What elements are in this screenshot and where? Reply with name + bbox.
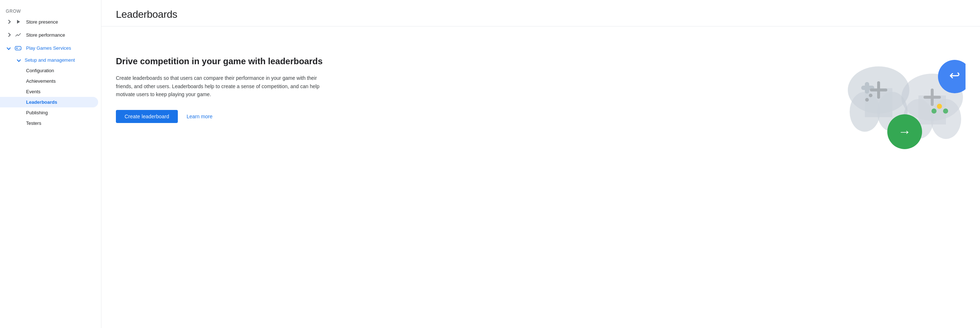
sidebar-item-label-testers: Testers <box>26 120 41 126</box>
chevron-right-icon-2 <box>6 32 11 38</box>
sidebar-item-store-presence[interactable]: Store presence <box>0 15 98 28</box>
illustration-area: ↩ → <box>842 34 966 164</box>
chart-icon <box>14 31 22 38</box>
hero-title: Drive competition in your game with lead… <box>116 56 333 67</box>
learn-more-button[interactable]: Learn more <box>186 114 213 119</box>
svg-point-13 <box>869 94 872 97</box>
sidebar-item-events[interactable]: Events <box>0 86 98 97</box>
page-title: Leaderboards <box>116 9 966 20</box>
main-content-area: Leaderboards Drive competition in your g… <box>102 0 980 328</box>
sidebar-item-label-setup: Setup and management <box>25 57 75 63</box>
game-illustration: ↩ → <box>842 34 966 164</box>
sidebar-item-leaderboards[interactable]: Leaderboards <box>0 97 98 107</box>
sidebar-item-store-performance[interactable]: Store performance <box>0 28 98 42</box>
create-leaderboard-button[interactable]: Create leaderboard <box>116 110 178 123</box>
gamepad-icon <box>14 44 22 51</box>
hero-description: Create leaderboards so that users can co… <box>116 74 333 98</box>
sidebar-item-label-publishing: Publishing <box>26 110 48 115</box>
svg-point-22 <box>943 109 948 114</box>
chevron-down-icon-2 <box>16 57 22 63</box>
sidebar-item-label-events: Events <box>26 89 41 94</box>
sidebar-item-label-store-performance: Store performance <box>26 32 65 38</box>
illustration-svg: ↩ → <box>842 34 966 164</box>
svg-point-3 <box>19 48 19 48</box>
sidebar-item-setup-management[interactable]: Setup and management <box>0 54 98 65</box>
sidebar-item-play-games-services[interactable]: Play Games Services <box>0 42 98 54</box>
sidebar-item-label-configuration: Configuration <box>26 68 54 73</box>
svg-rect-10 <box>865 82 869 94</box>
svg-text:↩: ↩ <box>949 68 960 83</box>
svg-point-14 <box>865 98 869 102</box>
sidebar: Grow Store presence Store performance <box>0 0 102 328</box>
sidebar-item-publishing[interactable]: Publishing <box>0 107 98 118</box>
main-header: Leaderboards <box>102 0 980 27</box>
chevron-down-icon <box>6 45 11 51</box>
hero-text-area: Drive competition in your game with lead… <box>116 41 333 123</box>
main-body: Drive competition in your game with lead… <box>102 27 980 172</box>
sidebar-item-label-achievements: Achievements <box>26 78 56 84</box>
svg-point-4 <box>19 48 20 49</box>
sidebar-item-testers[interactable]: Testers <box>0 118 98 128</box>
svg-text:→: → <box>898 124 911 139</box>
svg-point-21 <box>937 104 942 109</box>
action-buttons: Create leaderboard Learn more <box>116 110 333 123</box>
sidebar-item-label-play-games: Play Games Services <box>26 45 71 51</box>
chevron-right-icon <box>6 19 11 25</box>
sidebar-item-configuration[interactable]: Configuration <box>0 65 98 76</box>
sidebar-item-label-store-presence: Store presence <box>26 19 58 25</box>
play-icon <box>14 18 22 26</box>
sidebar-item-label-leaderboards: Leaderboards <box>26 99 57 105</box>
sidebar-section-grow: Grow <box>0 6 101 15</box>
svg-rect-0 <box>15 46 21 50</box>
sidebar-item-achievements[interactable]: Achievements <box>0 76 98 86</box>
svg-point-23 <box>931 109 937 114</box>
